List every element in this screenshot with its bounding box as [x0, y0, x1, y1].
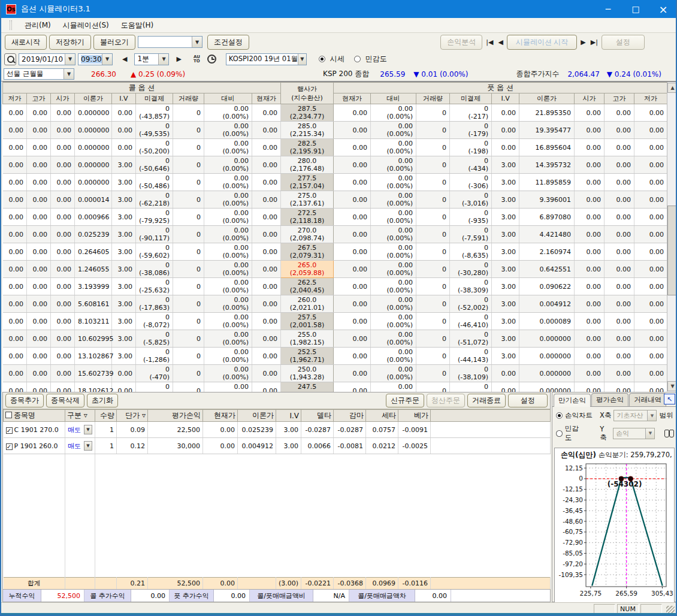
tab-eval-pl[interactable]: 평가손익 [591, 393, 628, 406]
nav-next-button[interactable]: ▶ [579, 38, 587, 46]
chevron-down-icon[interactable]: ▼ [64, 69, 74, 79]
chain-row[interactable]: 0.000.000.0015.6027390.000(-470)00.00(0.… [3, 365, 667, 382]
chevron-down-icon[interactable]: ▼ [84, 441, 92, 451]
close-order-button[interactable]: 청산주문 [427, 394, 465, 407]
load-button[interactable]: 불러오기 [93, 35, 135, 50]
call-change: 0.00(0.00%) [204, 122, 252, 139]
put-high: 0.00 [605, 330, 634, 348]
nav-first-button[interactable]: |◀ [485, 38, 494, 46]
chain-row[interactable]: 0.000.000.000.0009663.000(-79,925)00.00(… [3, 209, 667, 226]
chevron-down-icon[interactable]: ▼ [298, 54, 306, 65]
chevron-down-icon[interactable]: ▼ [65, 54, 75, 65]
chevron-down-icon[interactable]: ▼ [158, 54, 168, 65]
put-volume: 0 [416, 330, 450, 348]
call-iv: 3.00 [112, 313, 136, 330]
chain-row[interactable]: 0.000.000.000.0000000.000(-50,200)00.00(… [3, 139, 667, 156]
tab-trade-history[interactable]: 거래내역 [629, 393, 666, 406]
call-volume: 0 [173, 295, 204, 313]
y-axis-combo[interactable]: 손익 ▼ [613, 428, 655, 439]
chain-row[interactable]: 0.000.000.000.0000000.000(-43,857)00.00(… [3, 104, 667, 122]
binoculars-icon[interactable] [664, 430, 674, 437]
chart-title-main: 손익(십만) [561, 451, 596, 459]
header-checkbox[interactable] [5, 412, 12, 418]
call-price: 0.00 [252, 330, 281, 348]
pl-chart-radio[interactable] [556, 412, 563, 419]
chain-row[interactable]: 0.000.000.005.6081613.000(-17,863)00.00(… [3, 295, 667, 313]
sensitivity-radio[interactable] [354, 56, 361, 62]
chain-row[interactable]: 0.000.000.003.1939993.000(-25,632)00.00(… [3, 278, 667, 295]
file-combo[interactable]: ▼ [138, 36, 203, 48]
scroll-down-icon[interactable]: ▼ [667, 381, 677, 391]
chain-scrollbar[interactable]: ▲ ▼ [667, 83, 677, 391]
chain-row[interactable]: 0.000.000.001.2460553.000(-38,086)00.00(… [3, 261, 667, 278]
reset-button[interactable]: 초기화 [87, 394, 118, 407]
maximize-button[interactable]: □ [622, 0, 649, 18]
tab-expiry-pl[interactable]: 만기손익 [554, 394, 591, 407]
search-icon[interactable] [4, 53, 16, 65]
pos-header-sortable[interactable]: 단가 ▿ [117, 410, 148, 422]
sens-radio[interactable] [556, 430, 563, 437]
nav-prev-button[interactable]: ◀ [497, 38, 504, 46]
position-row[interactable]: ✓P 1901 260.0매도▼10.1230,0000.000.0049123… [4, 438, 551, 454]
pos-header-sortable[interactable]: 구분 ▿ [65, 410, 95, 422]
future-combo[interactable]: 선물 근월물 ▼ [4, 68, 74, 80]
position-row[interactable]: ✓C 1901 270.0매도▼10.0922,5000.000.0252393… [4, 422, 551, 438]
pos-header-4: 평가손익 [148, 410, 203, 422]
chain-row[interactable]: 0.000.000.000.2646053.000(-59,602)00.00(… [3, 243, 667, 261]
step-forward-button[interactable]: ▶ [175, 55, 182, 63]
chain-row[interactable]: 0.000.000.000.0252393.000(-90,117)00.00(… [3, 226, 667, 243]
chevron-down-icon[interactable]: ▼ [647, 410, 656, 421]
x-axis-combo[interactable]: 기초자산 ▼ [613, 410, 657, 421]
settings-button[interactable]: 설정 [602, 35, 645, 50]
chevron-down-icon[interactable]: ▼ [192, 37, 202, 47]
chain-row[interactable]: 0.000.000.000.0000000.000(-49,535)00.00(… [3, 122, 667, 139]
position-side[interactable]: 매도▼ [65, 438, 95, 454]
series-combo[interactable]: KOSPI200 19년 01월 ▼ [226, 53, 307, 65]
auto-icon[interactable]: AUTO [194, 55, 200, 64]
simulation-start-button[interactable]: 시뮬레이션 시작 [507, 35, 577, 50]
time-combo[interactable]: 09:30 ▼ [78, 53, 113, 65]
chain-row[interactable]: 0.000.000.008.1032113.000(-8,072)00.00(0… [3, 313, 667, 330]
interval-combo[interactable]: 1분 ▼ [134, 53, 169, 65]
series-value: KOSPI200 19년 01월 [229, 55, 298, 64]
scrollbar-thumb[interactable] [667, 206, 677, 295]
chevron-down-icon[interactable]: ▼ [645, 428, 654, 439]
menu-manage[interactable]: 관리(M) [19, 19, 56, 32]
add-item-button[interactable]: 종목추가 [5, 394, 44, 407]
position-settings-button[interactable]: 설정 [508, 394, 548, 407]
menu-help[interactable]: 도움말(H) [116, 19, 159, 32]
put-open: 0.00 [575, 174, 605, 191]
price-radio[interactable] [319, 56, 325, 62]
put-open: 0.00 [575, 348, 605, 365]
new-order-button[interactable]: 신규주문 [386, 394, 424, 407]
end-trade-button[interactable]: 거래종료 [467, 394, 506, 407]
menu-simulation[interactable]: 시뮬레이션(S) [58, 19, 114, 32]
call-iv: 0.00 [112, 122, 136, 139]
chain-row[interactable]: 0.000.000.0013.1028673.000(-1,286)00.00(… [3, 348, 667, 365]
pl-analysis-button[interactable]: 손익분석 [440, 35, 482, 50]
chain-row[interactable]: 0.000.000.000.0000003.000(-50,646)00.00(… [3, 156, 667, 174]
row-checkbox[interactable]: ✓ [6, 443, 13, 450]
date-combo[interactable]: 2019/01/10 ▼ [19, 53, 75, 65]
nav-last-button[interactable]: ▶| [590, 38, 599, 46]
minimize-button[interactable]: ─ [594, 0, 622, 18]
condition-settings-button[interactable]: 조건설정 [207, 35, 249, 50]
chain-row[interactable]: 0.000.000.000.0000143.000(-62,218)00.00(… [3, 191, 667, 209]
chevron-down-icon[interactable]: ▼ [84, 425, 92, 434]
delete-item-button[interactable]: 종목삭제 [46, 394, 84, 407]
row-checkbox[interactable]: ✓ [6, 427, 13, 434]
expand-arrow-icon[interactable]: ↖ [664, 394, 675, 404]
clock-icon[interactable] [207, 55, 216, 64]
chain-row[interactable]: 0.000.000.0010.6029953.000(-5,825)00.00(… [3, 330, 667, 348]
position-side[interactable]: 매도▼ [65, 422, 95, 438]
step-back-button[interactable]: ◀ [121, 55, 128, 63]
save-button[interactable]: 저장하기 [49, 35, 91, 50]
chevron-down-icon[interactable]: ▼ [102, 54, 112, 65]
new-start-button[interactable]: 새로시작 [5, 35, 47, 50]
put-volume: 0 [416, 139, 450, 156]
close-button[interactable]: × [649, 0, 677, 18]
scroll-up-icon[interactable]: ▲ [667, 83, 677, 93]
put-change-top: 0.00 [374, 348, 413, 356]
call-iv: 0.00 [112, 104, 136, 122]
chain-row[interactable]: 0.000.000.000.0000003.000(-50,486)00.00(… [3, 174, 667, 191]
